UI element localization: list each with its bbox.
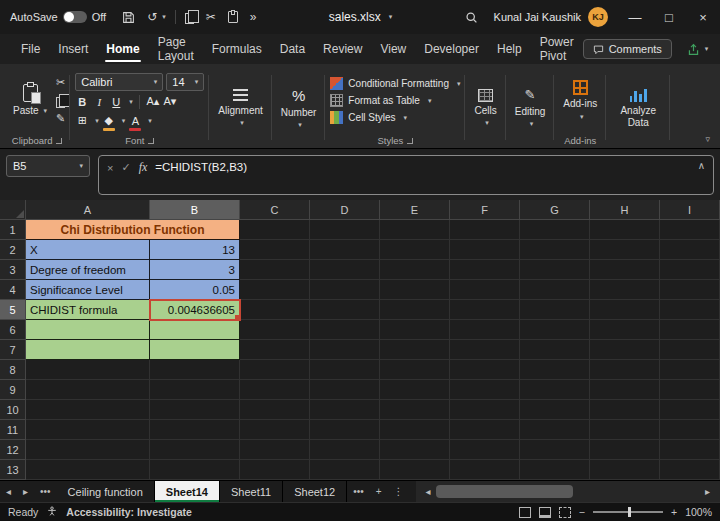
share-icon[interactable]: ▾ bbox=[687, 43, 709, 56]
column-header-G[interactable]: G bbox=[520, 200, 590, 220]
cell-C11[interactable] bbox=[240, 420, 310, 440]
format-painter-icon[interactable]: ✎ bbox=[56, 112, 65, 126]
editing-button[interactable]: ✎ Editing ▾ bbox=[511, 86, 550, 130]
cell-G1[interactable] bbox=[520, 220, 590, 240]
column-header-H[interactable]: H bbox=[590, 200, 660, 220]
cell-H1[interactable] bbox=[590, 220, 660, 240]
cell-C8[interactable] bbox=[240, 360, 310, 380]
formula-input[interactable]: =CHIDIST(B2,B3) bbox=[155, 160, 689, 173]
formula-bar-collapse-icon[interactable]: ∧ bbox=[698, 160, 705, 171]
cell-F6[interactable] bbox=[450, 320, 520, 340]
sheet-tab-sheet11[interactable]: Sheet11 bbox=[220, 481, 283, 502]
tab-home[interactable]: Home bbox=[97, 34, 148, 64]
page-break-view-icon[interactable] bbox=[559, 507, 571, 518]
cell-F4[interactable] bbox=[450, 280, 520, 300]
name-box[interactable]: B5 ▾ bbox=[6, 155, 90, 177]
row-header-1[interactable]: 1 bbox=[0, 220, 26, 240]
sheet-list-icon[interactable]: ••• bbox=[34, 481, 57, 502]
maximize-button[interactable]: □ bbox=[652, 0, 686, 34]
underline-button[interactable]: U bbox=[109, 94, 123, 110]
cell-E6[interactable] bbox=[380, 320, 450, 340]
undo-icon[interactable]: ↺▾ bbox=[147, 10, 166, 24]
cell-H12[interactable] bbox=[590, 440, 660, 460]
alignment-button[interactable]: Alignment ▾ bbox=[214, 87, 266, 130]
cell-A1[interactable]: Chi Distribution Function bbox=[26, 220, 240, 240]
enter-icon[interactable]: ✓ bbox=[121, 161, 130, 174]
sheet-tab-ceiling-function[interactable]: Ceiling function bbox=[57, 481, 155, 502]
cell-B6[interactable] bbox=[150, 320, 240, 340]
account-button[interactable]: Kunal Jai Kaushik KJ bbox=[494, 7, 608, 27]
copy-icon[interactable] bbox=[185, 10, 194, 24]
cell-H2[interactable] bbox=[590, 240, 660, 260]
horizontal-scrollbar[interactable]: ◂ ▸ bbox=[416, 481, 720, 502]
cell-B8[interactable] bbox=[150, 360, 240, 380]
tab-view[interactable]: View bbox=[371, 34, 415, 64]
cell-D11[interactable] bbox=[310, 420, 380, 440]
cell-B12[interactable] bbox=[150, 440, 240, 460]
cell-B4[interactable]: 0.05 bbox=[150, 280, 240, 300]
row-header-6[interactable]: 6 bbox=[0, 320, 26, 340]
cell-H13[interactable] bbox=[590, 460, 660, 480]
cell-A13[interactable] bbox=[26, 460, 150, 480]
cell-H10[interactable] bbox=[590, 400, 660, 420]
row-header-12[interactable]: 12 bbox=[0, 440, 26, 460]
cell-G4[interactable] bbox=[520, 280, 590, 300]
cell-B10[interactable] bbox=[150, 400, 240, 420]
paste-quick-icon[interactable] bbox=[228, 11, 238, 23]
conditional-formatting-button[interactable]: Conditional Formatting ▾ bbox=[330, 77, 460, 90]
cell-I12[interactable] bbox=[660, 440, 720, 460]
cell-A4[interactable]: Significance Level bbox=[26, 280, 150, 300]
cell-D6[interactable] bbox=[310, 320, 380, 340]
cell-E2[interactable] bbox=[380, 240, 450, 260]
sheet-nav-right-icon[interactable]: ▸ bbox=[17, 481, 34, 502]
cell-B3[interactable]: 3 bbox=[150, 260, 240, 280]
zoom-out-icon[interactable]: − bbox=[579, 506, 585, 518]
cell-I7[interactable] bbox=[660, 340, 720, 360]
formula-input-area[interactable]: × ✓ fx =CHIDIST(B2,B3) ∧ bbox=[98, 155, 714, 195]
cell-E11[interactable] bbox=[380, 420, 450, 440]
row-header-11[interactable]: 11 bbox=[0, 420, 26, 440]
cell-H5[interactable] bbox=[590, 300, 660, 320]
cell-C6[interactable] bbox=[240, 320, 310, 340]
cell-D12[interactable] bbox=[310, 440, 380, 460]
cell-G10[interactable] bbox=[520, 400, 590, 420]
save-icon[interactable] bbox=[122, 11, 135, 24]
quick-access-overflow-icon[interactable]: » bbox=[250, 10, 257, 24]
document-title-dropdown[interactable]: sales.xlsx ▾ bbox=[329, 10, 393, 24]
row-header-3[interactable]: 3 bbox=[0, 260, 26, 280]
cell-G13[interactable] bbox=[520, 460, 590, 480]
cell-H6[interactable] bbox=[590, 320, 660, 340]
tab-developer[interactable]: Developer bbox=[415, 34, 488, 64]
cell-I6[interactable] bbox=[660, 320, 720, 340]
cell-I10[interactable] bbox=[660, 400, 720, 420]
cell-H3[interactable] bbox=[590, 260, 660, 280]
cut-icon[interactable]: ✂ bbox=[206, 10, 216, 24]
row-header-4[interactable]: 4 bbox=[0, 280, 26, 300]
select-all-corner[interactable] bbox=[0, 200, 26, 220]
sheet-nav-left-icon[interactable]: ◂ bbox=[0, 481, 17, 502]
row-header-9[interactable]: 9 bbox=[0, 380, 26, 400]
cell-I1[interactable] bbox=[660, 220, 720, 240]
cell-E3[interactable] bbox=[380, 260, 450, 280]
fill-color-icon[interactable]: ◆ bbox=[102, 113, 116, 129]
cell-I8[interactable] bbox=[660, 360, 720, 380]
sheet-tab-sheet14[interactable]: Sheet14 bbox=[155, 481, 220, 502]
zoom-in-icon[interactable]: + bbox=[671, 506, 677, 518]
scroll-left-icon[interactable]: ◂ bbox=[420, 486, 437, 497]
cell-D5[interactable] bbox=[310, 300, 380, 320]
cell-F1[interactable] bbox=[450, 220, 520, 240]
cell-A6[interactable] bbox=[26, 320, 150, 340]
cells-button[interactable]: Cells ▾ bbox=[470, 87, 500, 130]
cell-C7[interactable] bbox=[240, 340, 310, 360]
cell-I4[interactable] bbox=[660, 280, 720, 300]
tab-insert[interactable]: Insert bbox=[49, 34, 97, 64]
scroll-right-icon[interactable]: ▸ bbox=[699, 486, 716, 497]
cell-D3[interactable] bbox=[310, 260, 380, 280]
cell-G7[interactable] bbox=[520, 340, 590, 360]
italic-button[interactable]: I bbox=[92, 94, 106, 110]
insert-function-icon[interactable]: fx bbox=[139, 160, 148, 175]
cell-B7[interactable] bbox=[150, 340, 240, 360]
cell-D8[interactable] bbox=[310, 360, 380, 380]
cell-I11[interactable] bbox=[660, 420, 720, 440]
cell-F12[interactable] bbox=[450, 440, 520, 460]
